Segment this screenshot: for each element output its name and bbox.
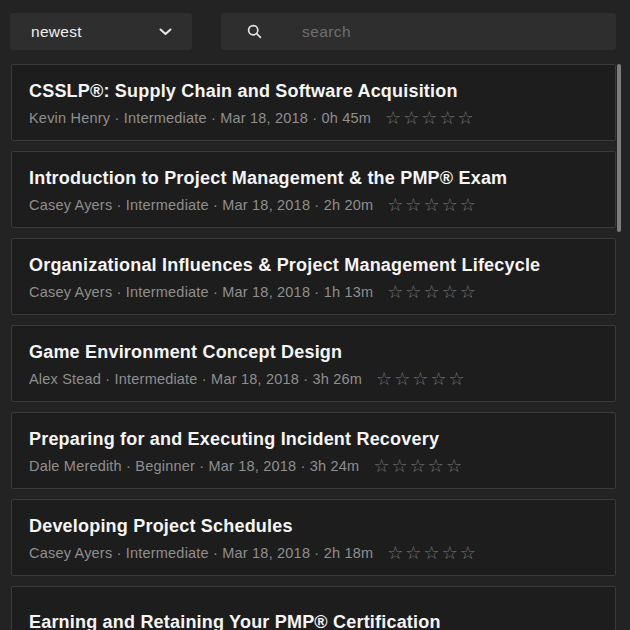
course-card[interactable]: Preparing for and Executing Incident Rec… (11, 412, 616, 489)
chevron-down-icon (159, 28, 172, 36)
rating-stars: ☆☆☆☆☆ (376, 370, 467, 388)
star-outline-icon: ☆ (373, 455, 391, 476)
star-outline-icon: ☆ (442, 542, 460, 563)
course-meta: Alex Stead · Intermediate · Mar 18, 2018… (29, 370, 362, 388)
course-card[interactable]: CSSLP®: Supply Chain and Software Acquis… (11, 64, 616, 141)
course-title: Organizational Influences & Project Mana… (29, 254, 599, 276)
course-meta: Casey Ayers · Intermediate · Mar 18, 201… (29, 283, 373, 301)
search-icon (247, 24, 262, 39)
sort-dropdown[interactable]: newest (10, 13, 192, 50)
course-meta: Dale Meredith · Beginner · Mar 18, 2018 … (29, 457, 359, 475)
star-outline-icon: ☆ (387, 542, 405, 563)
star-outline-icon: ☆ (405, 281, 423, 302)
star-outline-icon: ☆ (428, 455, 446, 476)
star-outline-icon: ☆ (410, 455, 428, 476)
star-outline-icon: ☆ (394, 368, 412, 389)
star-outline-icon: ☆ (387, 194, 405, 215)
course-title: Introduction to Project Management & the… (29, 167, 599, 189)
search-box (221, 13, 616, 50)
course-card[interactable]: Developing Project Schedules Casey Ayers… (11, 499, 616, 576)
star-outline-icon: ☆ (405, 542, 423, 563)
course-title: Preparing for and Executing Incident Rec… (29, 428, 599, 450)
course-list: CSSLP®: Supply Chain and Software Acquis… (11, 64, 616, 630)
star-outline-icon: ☆ (385, 107, 403, 128)
star-outline-icon: ☆ (446, 455, 464, 476)
course-meta-row: Casey Ayers · Intermediate · Mar 18, 201… (29, 544, 599, 562)
star-outline-icon: ☆ (423, 281, 441, 302)
star-outline-icon: ☆ (403, 107, 421, 128)
star-outline-icon: ☆ (460, 281, 478, 302)
course-card[interactable]: Earning and Retaining Your PMP® Certific… (11, 586, 616, 630)
rating-stars: ☆☆☆☆☆ (373, 457, 464, 475)
star-outline-icon: ☆ (412, 368, 430, 389)
course-meta: Casey Ayers · Intermediate · Mar 18, 201… (29, 196, 373, 214)
sort-dropdown-value: newest (31, 23, 82, 41)
rating-stars: ☆☆☆☆☆ (387, 196, 478, 214)
star-outline-icon: ☆ (421, 107, 439, 128)
star-outline-icon: ☆ (458, 107, 476, 128)
star-outline-icon: ☆ (442, 194, 460, 215)
course-meta-row: Dale Meredith · Beginner · Mar 18, 2018 … (29, 457, 599, 475)
star-outline-icon: ☆ (376, 368, 394, 389)
course-title: Earning and Retaining Your PMP® Certific… (29, 611, 599, 630)
rating-stars: ☆☆☆☆☆ (387, 283, 478, 301)
star-outline-icon: ☆ (460, 542, 478, 563)
course-card[interactable]: Introduction to Project Management & the… (11, 151, 616, 228)
course-card[interactable]: Organizational Influences & Project Mana… (11, 238, 616, 315)
star-outline-icon: ☆ (460, 194, 478, 215)
star-outline-icon: ☆ (423, 542, 441, 563)
course-meta: Casey Ayers · Intermediate · Mar 18, 201… (29, 544, 373, 562)
star-outline-icon: ☆ (430, 368, 448, 389)
rating-stars: ☆☆☆☆☆ (387, 544, 478, 562)
course-meta-row: Casey Ayers · Intermediate · Mar 18, 201… (29, 283, 599, 301)
star-outline-icon: ☆ (423, 194, 441, 215)
search-input[interactable] (302, 23, 602, 41)
course-meta: Kevin Henry · Intermediate · Mar 18, 201… (29, 109, 371, 127)
star-outline-icon: ☆ (442, 281, 460, 302)
star-outline-icon: ☆ (439, 107, 457, 128)
scrollbar-thumb[interactable] (617, 64, 621, 232)
course-meta-row: Alex Stead · Intermediate · Mar 18, 2018… (29, 370, 599, 388)
star-outline-icon: ☆ (449, 368, 467, 389)
course-title: Game Environment Concept Design (29, 341, 599, 363)
course-card[interactable]: Game Environment Concept Design Alex Ste… (11, 325, 616, 402)
star-outline-icon: ☆ (405, 194, 423, 215)
rating-stars: ☆☆☆☆☆ (385, 109, 476, 127)
course-meta-row: Kevin Henry · Intermediate · Mar 18, 201… (29, 109, 599, 127)
star-outline-icon: ☆ (392, 455, 410, 476)
course-title: Developing Project Schedules (29, 515, 599, 537)
course-meta-row: Casey Ayers · Intermediate · Mar 18, 201… (29, 196, 599, 214)
star-outline-icon: ☆ (387, 281, 405, 302)
course-title: CSSLP®: Supply Chain and Software Acquis… (29, 80, 599, 102)
